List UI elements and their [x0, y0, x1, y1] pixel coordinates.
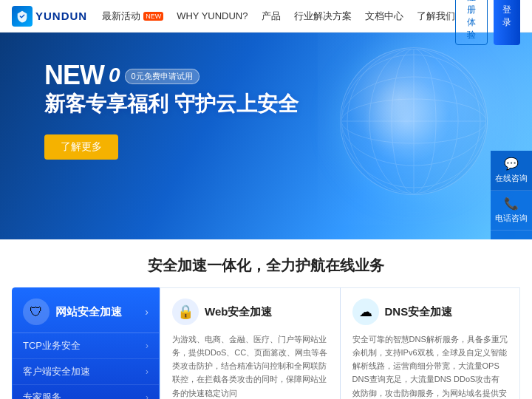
hero-section: NEW 0 0元免费申请试用 新客专享福利 守护云上安全 了解更多 💬 在线咨询…	[0, 33, 532, 239]
mail-icon: ✉	[507, 236, 516, 239]
nav-item-about[interactable]: 了解我们	[417, 10, 455, 23]
nav-items: 最新活动 NEW WHY YUNDUN? 产品 行业解决方案 文档中心 了解我们	[102, 10, 454, 23]
navbar: YUNDUN 最新活动 NEW WHY YUNDUN? 产品 行业解决方案 文档…	[0, 0, 532, 33]
main-section: 安全加速一体化，全力护航在线业务 🛡 网站安全加速 › TCP业务安全 › 客户…	[0, 239, 532, 399]
hero-new-sub: 0元免费申请试用	[125, 69, 200, 84]
logo-text: YUNDUN	[35, 10, 87, 22]
register-button[interactable]: 注册体验	[455, 0, 488, 45]
card-website-icon: 🛡	[23, 299, 50, 325]
sub-item-client-chevron: ›	[146, 366, 149, 377]
sub-item-client[interactable]: 客户端安全加速 ›	[13, 359, 159, 385]
float-item-trial[interactable]: ✉ 申请试用	[491, 231, 532, 239]
card-website-title: 网站安全加速	[55, 305, 122, 319]
sub-item-expert-chevron: ›	[146, 392, 149, 399]
hero-title: 新客专享福利 守护云上安全	[44, 92, 299, 117]
hero-new-text: NEW	[44, 62, 104, 89]
hero-badge-row: NEW 0 0元免费申请试用	[44, 62, 299, 89]
hero-sphere	[340, 47, 488, 195]
float-sidebar: 💬 在线咨询 📞 电话咨询 ✉ 申请试用	[491, 151, 532, 239]
nav-item-industry[interactable]: 行业解决方案	[294, 10, 352, 23]
card-dns-title: DNS安全加速	[385, 305, 453, 319]
hero-cta-button[interactable]: 了解更多	[44, 134, 118, 160]
card-website-chevron: ›	[145, 306, 149, 318]
phone-icon: 📞	[504, 197, 519, 211]
nav-actions: 注册体验 登录	[455, 0, 521, 45]
card-web-body: 为游戏、电商、金融、医疗、门户等网站业务，提供DDoS、CC、页面篡改、网虫等各…	[172, 332, 328, 399]
logo[interactable]: YUNDUN	[12, 6, 87, 27]
nav-item-product[interactable]: 产品	[262, 10, 281, 23]
login-button[interactable]: 登录	[494, 0, 520, 45]
hero-new-num: 0	[109, 64, 120, 87]
card-dns-icon: ☁	[352, 299, 379, 325]
hero-content: NEW 0 0元免费申请试用 新客专享福利 守护云上安全 了解更多	[44, 62, 299, 160]
float-item-phone[interactable]: 📞 电话咨询	[491, 191, 532, 231]
logo-icon	[12, 6, 33, 27]
card-website-subnav: TCP业务安全 › 客户端安全加速 › 专家服务 ›	[13, 333, 159, 399]
nav-item-activity[interactable]: 最新活动 NEW	[102, 10, 163, 23]
card-dns-body: 安全可靠的智慧DNS解析服务，具备多重冗余机制，支持IPv6双栈，全球及自定义智…	[352, 332, 508, 399]
chat-icon: 💬	[504, 157, 519, 171]
section-title: 安全加速一体化，全力护航在线业务	[0, 239, 532, 287]
card-web-title: Web安全加速	[205, 305, 272, 319]
nav-item-why[interactable]: WHY YUNDUN?	[177, 10, 248, 21]
sub-item-tcp[interactable]: TCP业务安全 ›	[13, 333, 159, 359]
card-web-icon: 🔒	[172, 299, 199, 325]
card-website-safe[interactable]: 🛡 网站安全加速 › TCP业务安全 › 客户端安全加速 › 专家服务 ›	[12, 287, 160, 399]
new-badge: NEW	[143, 12, 163, 21]
sub-item-tcp-chevron: ›	[146, 341, 149, 351]
cards-container: 🛡 网站安全加速 › TCP业务安全 › 客户端安全加速 › 专家服务 ›	[0, 287, 532, 399]
nav-item-docs[interactable]: 文档中心	[365, 10, 403, 23]
card-web-accel[interactable]: 🔒 Web安全加速 为游戏、电商、金融、医疗、门户等网站业务，提供DDoS、CC…	[160, 287, 340, 399]
sub-item-expert[interactable]: 专家服务 ›	[13, 385, 159, 399]
card-dns[interactable]: ☁ DNS安全加速 安全可靠的智慧DNS解析服务，具备多重冗余机制，支持IPv6…	[341, 287, 521, 399]
float-item-chat[interactable]: 💬 在线咨询	[491, 151, 532, 191]
